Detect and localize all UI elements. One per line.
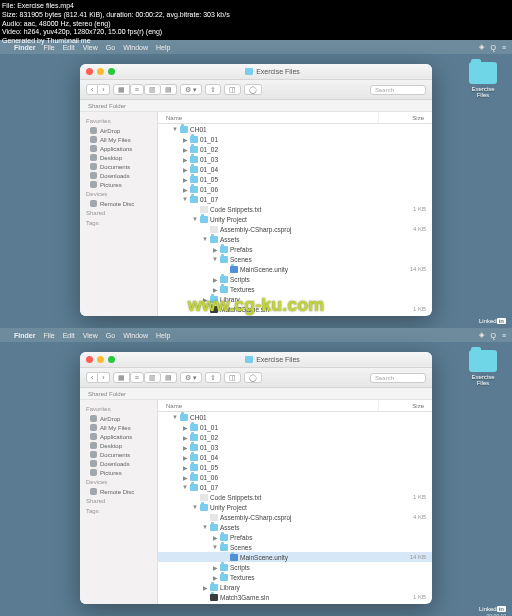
- disclosure-triangle-icon[interactable]: ▶: [182, 474, 188, 481]
- tags-button[interactable]: ◯: [244, 84, 262, 95]
- disclosure-triangle-icon[interactable]: ▶: [212, 246, 218, 253]
- file-row[interactable]: ▶01_02: [158, 432, 432, 442]
- disclosure-triangle-icon[interactable]: ▶: [182, 454, 188, 461]
- sidebar-item-desktop[interactable]: Desktop: [80, 153, 157, 162]
- column-headers[interactable]: Name Size: [158, 112, 432, 124]
- file-row[interactable]: ▼Scenes: [158, 254, 432, 264]
- zoom-button[interactable]: [108, 356, 115, 363]
- col-size[interactable]: Size: [378, 112, 432, 123]
- menu-view[interactable]: View: [83, 332, 98, 339]
- col-name[interactable]: Name: [158, 400, 378, 411]
- sidebar-item-remotedisc[interactable]: Remote Disc: [80, 487, 157, 496]
- file-row[interactable]: Code Snippets.txt1 KB: [158, 492, 432, 502]
- zoom-button[interactable]: [108, 68, 115, 75]
- menu-help[interactable]: Help: [156, 332, 170, 339]
- file-row[interactable]: ▶01_04: [158, 452, 432, 462]
- file-row[interactable]: ▼Scenes: [158, 542, 432, 552]
- arrange-button[interactable]: ⚙ ▾: [180, 84, 202, 95]
- file-row[interactable]: ▶01_06: [158, 184, 432, 194]
- view-columns-button[interactable]: ▥: [144, 84, 161, 95]
- menu-extras-icon[interactable]: ≡: [502, 332, 506, 339]
- search-input[interactable]: Search: [370, 85, 426, 95]
- sidebar-item-documents[interactable]: Documents: [80, 162, 157, 171]
- action-button[interactable]: ⇪: [205, 372, 221, 383]
- sidebar-item-downloads[interactable]: Downloads: [80, 459, 157, 468]
- file-row[interactable]: ▶Prefabs: [158, 532, 432, 542]
- disclosure-triangle-icon[interactable]: ▼: [212, 256, 218, 262]
- disclosure-triangle-icon[interactable]: ▶: [182, 176, 188, 183]
- disclosure-triangle-icon[interactable]: ▼: [212, 544, 218, 550]
- file-row[interactable]: Match3Game.userprefs583 bytes: [158, 602, 432, 604]
- disclosure-triangle-icon[interactable]: ▶: [212, 276, 218, 283]
- sidebar-item-downloads[interactable]: Downloads: [80, 171, 157, 180]
- file-row[interactable]: ▶01_06: [158, 472, 432, 482]
- file-row[interactable]: Code Snippets.txt1 KB: [158, 204, 432, 214]
- file-row[interactable]: ▶01_05: [158, 174, 432, 184]
- sidebar-item-remotedisc[interactable]: Remote Disc: [80, 199, 157, 208]
- sidebar-item-airdrop[interactable]: AirDrop: [80, 414, 157, 423]
- wifi-icon[interactable]: ◈: [479, 43, 484, 51]
- titlebar[interactable]: Exercise Files: [80, 352, 432, 368]
- file-row[interactable]: ▶Textures: [158, 284, 432, 294]
- disclosure-triangle-icon[interactable]: ▶: [182, 186, 188, 193]
- menu-file[interactable]: File: [43, 332, 54, 339]
- back-button[interactable]: ‹: [86, 84, 98, 95]
- disclosure-triangle-icon[interactable]: ▶: [212, 574, 218, 581]
- disclosure-triangle-icon[interactable]: ▶: [202, 584, 208, 591]
- sidebar-item-desktop[interactable]: Desktop: [80, 441, 157, 450]
- macos-menubar[interactable]: Finder File Edit View Go Window Help ◈ Q…: [0, 328, 512, 342]
- disclosure-triangle-icon[interactable]: ▶: [212, 534, 218, 541]
- disclosure-triangle-icon[interactable]: ▼: [192, 504, 198, 510]
- file-row[interactable]: ▶01_03: [158, 154, 432, 164]
- view-gallery-button[interactable]: ▤: [161, 372, 177, 383]
- view-list-button[interactable]: ≡: [130, 372, 144, 383]
- disclosure-triangle-icon[interactable]: ▶: [182, 434, 188, 441]
- file-row[interactable]: Match3Game.sln1 KB: [158, 592, 432, 602]
- disclosure-triangle-icon[interactable]: ▶: [212, 564, 218, 571]
- view-icons-button[interactable]: ▦: [113, 372, 130, 383]
- file-row[interactable]: ▶Library: [158, 582, 432, 592]
- file-row[interactable]: ▶01_05: [158, 462, 432, 472]
- desktop-folder[interactable]: Exercise Files: [466, 350, 500, 386]
- share-button[interactable]: ◫: [224, 372, 241, 383]
- search-input[interactable]: Search: [370, 373, 426, 383]
- file-row[interactable]: ▶Scripts: [158, 562, 432, 572]
- disclosure-triangle-icon[interactable]: ▼: [182, 196, 188, 202]
- forward-button[interactable]: ›: [98, 84, 109, 95]
- sidebar-item-documents[interactable]: Documents: [80, 450, 157, 459]
- disclosure-triangle-icon[interactable]: ▼: [192, 216, 198, 222]
- disclosure-triangle-icon[interactable]: ▼: [172, 126, 178, 132]
- menu-edit[interactable]: Edit: [63, 332, 75, 339]
- file-row[interactable]: ▶01_02: [158, 144, 432, 154]
- col-name[interactable]: Name: [158, 112, 378, 123]
- sidebar-item-applications[interactable]: Applications: [80, 432, 157, 441]
- menu-go[interactable]: Go: [106, 332, 115, 339]
- arrange-button[interactable]: ⚙ ▾: [180, 372, 202, 383]
- file-row[interactable]: ▼01_07: [158, 482, 432, 492]
- file-row[interactable]: ▼CH01: [158, 412, 432, 422]
- file-row[interactable]: ▶01_01: [158, 134, 432, 144]
- menu-window[interactable]: Window: [123, 332, 148, 339]
- share-button[interactable]: ◫: [224, 84, 241, 95]
- disclosure-triangle-icon[interactable]: ▶: [182, 464, 188, 471]
- view-list-button[interactable]: ≡: [130, 84, 144, 95]
- file-row[interactable]: Assembly-CSharp.csproj4 KB: [158, 224, 432, 234]
- sidebar-item-pictures[interactable]: Pictures: [80, 468, 157, 477]
- action-button[interactable]: ⇪: [205, 84, 221, 95]
- app-name[interactable]: Finder: [14, 332, 35, 339]
- disclosure-triangle-icon[interactable]: ▼: [172, 414, 178, 420]
- sidebar-item-applications[interactable]: Applications: [80, 144, 157, 153]
- minimize-button[interactable]: [97, 356, 104, 363]
- file-row[interactable]: ▼Unity Project: [158, 502, 432, 512]
- file-row[interactable]: ▶Scripts: [158, 274, 432, 284]
- disclosure-triangle-icon[interactable]: ▶: [212, 286, 218, 293]
- disclosure-triangle-icon[interactable]: ▶: [182, 156, 188, 163]
- disclosure-triangle-icon[interactable]: ▼: [202, 524, 208, 530]
- spotlight-icon[interactable]: Q: [490, 44, 495, 51]
- disclosure-triangle-icon[interactable]: ▶: [182, 424, 188, 431]
- file-row[interactable]: Assembly-CSharp.csproj4 KB: [158, 512, 432, 522]
- file-row[interactable]: MainScene.unity14 KB: [158, 552, 432, 562]
- disclosure-triangle-icon[interactable]: ▶: [182, 146, 188, 153]
- col-size[interactable]: Size: [378, 400, 432, 411]
- file-row[interactable]: ▼Unity Project: [158, 214, 432, 224]
